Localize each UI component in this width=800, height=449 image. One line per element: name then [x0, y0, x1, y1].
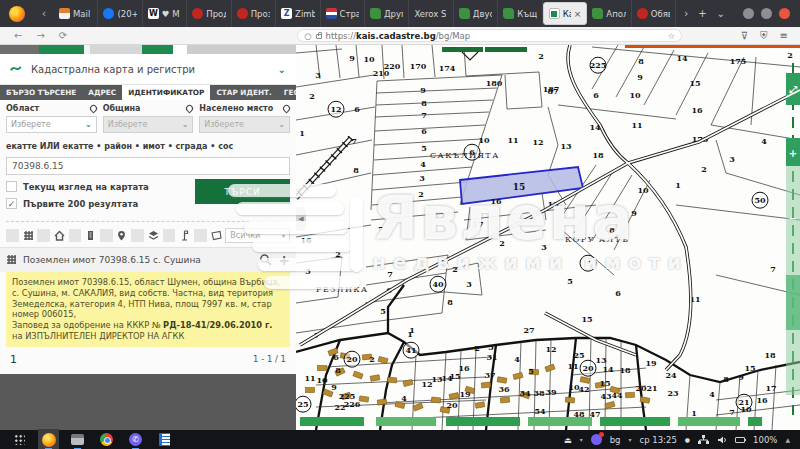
browser-tab[interactable]: Проз	[232, 0, 276, 27]
forward-button[interactable]: →	[36, 30, 44, 41]
menu-icon[interactable]: ≡	[780, 30, 788, 42]
dropdown-select[interactable]: Изберете⌄	[6, 116, 97, 133]
browser-tab[interactable]: Къщ	[498, 0, 542, 27]
tab-overflow-icon[interactable]: ›	[684, 8, 688, 19]
reload-button[interactable]: ⟳	[59, 30, 67, 41]
account-icon[interactable]: ⛨	[760, 30, 768, 42]
result-title: Поземлен имот 70398.6.15 с. Сушина	[23, 255, 253, 265]
writer-icon[interactable]	[157, 432, 172, 447]
browser-tab[interactable]: Mail	[54, 0, 98, 27]
layer-checkbox[interactable]	[163, 229, 176, 242]
checkbox-unchecked[interactable]	[6, 181, 17, 192]
browser-tab[interactable]: Xerox S	[409, 0, 453, 27]
new-tab-button[interactable]: +	[698, 8, 706, 19]
dropdown-select[interactable]: Изберете⌄	[103, 116, 194, 133]
panel-title-bar[interactable]: 〜 Кадастрална карта и регистри ⌄	[0, 54, 296, 85]
close-tab-icon[interactable]: ×	[574, 9, 582, 19]
pocket-icon[interactable]: ⊽	[741, 30, 748, 42]
svg-text:22: 22	[334, 402, 345, 412]
current-view-checkbox-row[interactable]: Текущ изглед на картата	[6, 181, 186, 192]
object-type-select[interactable]: Всички▾	[225, 228, 290, 243]
layer-checkbox[interactable]	[194, 229, 207, 242]
search-icon[interactable]	[259, 253, 272, 268]
browser-tab[interactable]: ZZimb	[276, 0, 320, 27]
first-200-checkbox-row[interactable]: ✓ Първите 200 резултата	[6, 198, 186, 209]
add-icon[interactable]: +	[278, 252, 290, 268]
building-icon[interactable]	[83, 228, 98, 243]
panel-tab[interactable]: БЪРЗО ТЪРСЕНЕ	[0, 85, 82, 100]
browser-tab[interactable]: Обяв	[632, 0, 676, 27]
minimize-button[interactable]	[743, 8, 754, 19]
chevron-down-icon[interactable]: ⌄	[278, 64, 286, 75]
svg-text:175: 175	[730, 56, 747, 66]
layer-checkbox[interactable]	[100, 229, 113, 242]
svg-text:8: 8	[723, 374, 729, 384]
svg-text:7: 7	[421, 110, 427, 120]
layer-checkbox[interactable]	[131, 229, 144, 242]
panel-tab[interactable]: ИДЕНТИФИКАТОР	[122, 85, 210, 100]
layer-checkbox[interactable]	[37, 229, 50, 242]
tray-expand-icon[interactable]: ▲	[785, 436, 790, 443]
list-tabs-icon[interactable]: ⌄	[717, 8, 725, 19]
url-bar[interactable]: ○ https://kais.cadastre.bg/bg/Map ☆	[297, 29, 682, 42]
cadastral-map[interactable]: 15 3291012671822021017017418018729876543…	[296, 45, 800, 430]
panel-tab[interactable]: АДРЕС	[82, 85, 122, 100]
svg-text:13: 13	[560, 141, 572, 151]
app-grid-icon[interactable]	[12, 432, 27, 447]
browser-tabs: Mail(20+W♥ MПродПрозZZimbСтраДругXerox S…	[54, 0, 676, 27]
search-button[interactable]: ТЪРСИ	[195, 179, 290, 204]
polygon-icon[interactable]	[209, 228, 224, 243]
clock[interactable]: ср 13:25	[640, 435, 677, 445]
close-button[interactable]	[779, 8, 790, 19]
browser-tab[interactable]: Стра	[321, 0, 365, 27]
green-ribbon-favicon	[459, 8, 470, 19]
result-header-row[interactable]: Поземлен имот 70398.6.15 с. Сушина +	[0, 247, 296, 272]
svg-text:8: 8	[638, 56, 644, 66]
viber-tray-icon[interactable]	[591, 434, 602, 445]
maximize-button[interactable]	[761, 8, 772, 19]
identifier-input[interactable]	[6, 157, 290, 175]
layer-checkbox[interactable]	[6, 229, 19, 242]
file-manager-icon[interactable]	[70, 432, 85, 447]
pin-icon[interactable]	[115, 228, 130, 243]
svg-text:40: 40	[432, 279, 444, 289]
eject-icon[interactable]: ⏏	[564, 435, 572, 445]
browser-tab[interactable]: Друг	[365, 0, 409, 27]
panel-tab[interactable]: СТАР ИДЕНТ.	[210, 85, 277, 100]
layers-icon[interactable]	[146, 228, 161, 243]
screen: ‹ Mail(20+W♥ MПродПрозZZimbСтраДругXerox…	[0, 0, 800, 449]
svg-text:41: 41	[405, 345, 416, 355]
browser-tab[interactable]: (20+	[98, 0, 142, 27]
language-indicator[interactable]: bg	[610, 435, 621, 445]
panel-collapse-handle[interactable]: ◀	[296, 207, 306, 231]
green-road-strip	[300, 417, 762, 426]
svg-text:174: 174	[439, 63, 456, 73]
red-circle-favicon	[637, 8, 648, 19]
page-number[interactable]: 1	[10, 353, 17, 366]
browser-tab[interactable]: Прод	[187, 0, 231, 27]
chrome-icon[interactable]	[99, 432, 114, 447]
grid-icon[interactable]	[21, 228, 36, 243]
checkbox-checked[interactable]: ✓	[6, 198, 17, 209]
volume-icon[interactable]	[717, 435, 727, 445]
browser-tab[interactable]: Каи×	[543, 2, 588, 25]
network-icon[interactable]	[698, 435, 709, 445]
back-button[interactable]: ←	[14, 30, 22, 41]
layer-checkbox[interactable]	[69, 229, 82, 242]
svg-text:9: 9	[637, 72, 643, 82]
house-icon[interactable]	[52, 228, 67, 243]
browser-tab[interactable]: W♥ M	[143, 0, 187, 27]
bookmark-star-icon[interactable]: ☆	[668, 31, 676, 41]
browser-tab[interactable]: Двус	[454, 0, 498, 27]
dropdown-select[interactable]: Изберете⌄	[199, 116, 290, 133]
svg-text:8: 8	[609, 225, 615, 235]
svg-text:8: 8	[447, 297, 453, 307]
site-info-icon[interactable]: ○	[304, 31, 311, 41]
flag-pole-icon[interactable]	[177, 228, 192, 243]
tab-scroll-left-icon[interactable]: ‹	[34, 0, 54, 27]
viber-icon[interactable]: ✆	[128, 432, 143, 447]
region-select-group: Населено мястоИзберете⌄	[199, 104, 290, 133]
firefox-taskbar-icon[interactable]	[41, 432, 56, 447]
browser-tab[interactable]: Апол	[587, 0, 631, 27]
svg-text:44: 44	[611, 390, 623, 400]
